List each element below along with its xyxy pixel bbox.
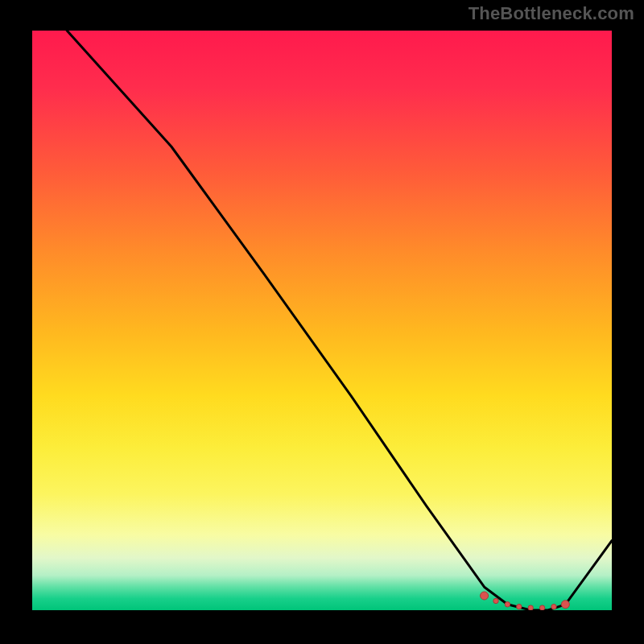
optimal-point <box>528 605 533 610</box>
optimal-point <box>505 602 510 607</box>
chart-svg <box>32 31 612 610</box>
optimal-point <box>561 601 569 609</box>
data-line <box>32 31 612 610</box>
optimal-point <box>493 598 498 603</box>
watermark-text: TheBottleneck.com <box>469 3 634 24</box>
optimal-point <box>539 605 544 610</box>
chart-container: TheBottleneck.com <box>0 0 644 644</box>
plot-area <box>32 31 612 610</box>
optimal-point <box>517 605 522 609</box>
optimal-point <box>551 605 556 609</box>
optimal-point <box>481 592 489 600</box>
